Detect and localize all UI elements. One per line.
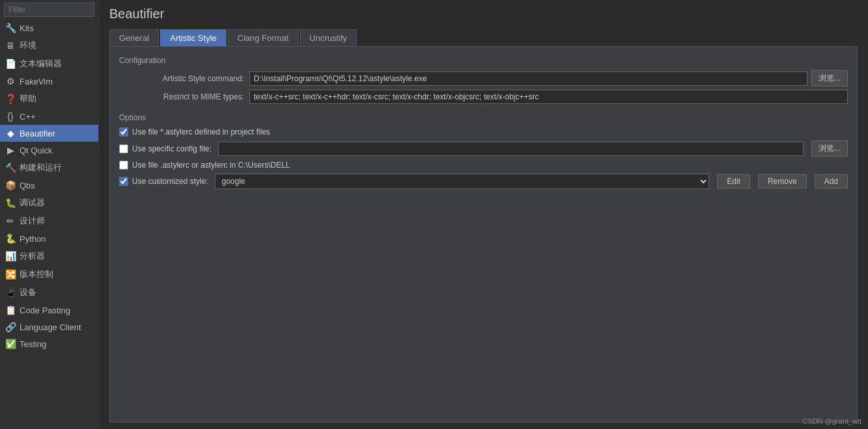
sidebar-item-python[interactable]: 🐍Python: [0, 230, 98, 247]
option-row-specific-config: Use specific config file: 浏览...: [119, 140, 848, 157]
specific-config-input[interactable]: [218, 142, 804, 156]
sidebar-label-beautifier: Beautifier: [20, 129, 55, 138]
option-file-astylerc-checkbox[interactable]: [119, 161, 128, 170]
sidebar-label-cpp: C++: [20, 112, 36, 122]
option-row-file-astylerc: Use file .astylerc or astylerc in C:\Use…: [119, 161, 848, 170]
sidebar-icon-help: ❓: [5, 94, 16, 104]
sidebar-icon-kits: 🔧: [5, 23, 16, 33]
sidebar-item-kits[interactable]: 🔧Kits: [0, 20, 98, 36]
option-astylerc-checkbox[interactable]: [119, 127, 128, 136]
options-label: Options: [119, 113, 848, 122]
add-button[interactable]: Add: [815, 174, 848, 188]
sidebar-icon-version-control: 🔀: [5, 269, 16, 280]
sidebar-item-devices[interactable]: 📱设备: [0, 283, 98, 302]
tab-clang-format[interactable]: Clang Format: [228, 29, 299, 46]
sidebar-icon-qtquick: ▶: [5, 145, 16, 155]
sidebar-item-analyzer[interactable]: 📊分析器: [0, 247, 98, 265]
sidebar-icon-code-pasting: 📋: [5, 305, 16, 315]
sidebar-item-text-editor[interactable]: 📄文本编辑器: [0, 55, 98, 73]
sidebar-item-language-client[interactable]: 🔗Language Client: [0, 318, 98, 335]
sidebar-label-devices: 设备: [20, 287, 36, 298]
sidebar: 🔧Kits🖥环境📄文本编辑器⚙FakeVim❓帮助{}C++◆Beautifie…: [0, 0, 99, 429]
tab-general[interactable]: General: [109, 29, 159, 46]
sidebar-item-code-pasting[interactable]: 📋Code Pasting: [0, 302, 98, 318]
main-content: Beautifier GeneralArtistic StyleClang Fo…: [99, 0, 868, 429]
sidebar-icon-environment: 🖥: [5, 40, 16, 51]
sidebar-icon-beautifier: ◆: [5, 128, 16, 138]
specific-config-browse-button[interactable]: 浏览...: [811, 140, 848, 157]
sidebar-label-code-pasting: Code Pasting: [20, 306, 70, 315]
sidebar-item-help[interactable]: ❓帮助: [0, 90, 98, 108]
sidebar-item-environment[interactable]: 🖥环境: [0, 36, 98, 55]
tab-artistic-style[interactable]: Artistic Style: [160, 29, 226, 46]
option-file-astylerc-label: Use file .astylerc or astylerc in C:\Use…: [132, 161, 290, 170]
page-title: Beautifier: [109, 6, 858, 21]
sidebar-icon-language-client: 🔗: [5, 322, 16, 332]
option-customized-style-label: Use customized style:: [132, 177, 208, 186]
option-row-astylerc: Use file *.astylerc defined in project f…: [119, 127, 848, 136]
sidebar-label-qbs: Qbs: [20, 181, 35, 190]
customized-style-select[interactable]: google allman java kr: [215, 174, 710, 189]
sidebar-label-environment: 环境: [20, 40, 36, 51]
config-row-command: Artistic Style command: 浏览...: [119, 70, 848, 86]
option-row-customized-style: Use customized style: google allman java…: [119, 174, 848, 189]
option-customized-style-checkbox[interactable]: [119, 177, 128, 186]
sidebar-icon-cpp: {}: [5, 111, 16, 122]
option-astylerc-label: Use file *.astylerc defined in project f…: [132, 127, 270, 136]
configuration-label: Configuration: [119, 56, 848, 65]
option-specific-config-checkbox[interactable]: [119, 144, 128, 153]
sidebar-icon-debugger: 🐛: [5, 198, 16, 208]
config-table: Artistic Style command: 浏览... Restrict t…: [119, 70, 848, 104]
sidebar-label-analyzer: 分析器: [20, 250, 45, 262]
sidebar-label-build-run: 构建和运行: [20, 162, 62, 174]
sidebar-label-qtquick: Qt Quick: [20, 146, 53, 155]
sidebar-item-build-run[interactable]: 🔨构建和运行: [0, 159, 98, 177]
edit-button[interactable]: Edit: [717, 174, 750, 188]
sidebar-icon-designer: ✏: [5, 216, 16, 226]
sidebar-icon-python: 🐍: [5, 233, 16, 244]
sidebar-label-debugger: 调试器: [20, 197, 45, 209]
command-label: Artistic Style command:: [119, 74, 249, 83]
sidebar-item-testing[interactable]: ✅Testing: [0, 335, 98, 352]
sidebar-label-python: Python: [20, 234, 46, 244]
sidebar-item-fakevim[interactable]: ⚙FakeVim: [0, 73, 98, 90]
sidebar-label-language-client: Language Client: [20, 322, 81, 332]
sidebar-label-testing: Testing: [20, 339, 46, 349]
remove-button[interactable]: Remove: [758, 174, 807, 188]
mime-label: Restrict to MIME types:: [119, 92, 249, 101]
sidebar-label-text-editor: 文本编辑器: [20, 58, 62, 70]
sidebar-icon-text-editor: 📄: [5, 58, 16, 69]
sidebar-item-cpp[interactable]: {}C++: [0, 108, 98, 125]
option-specific-config-label: Use specific config file:: [132, 144, 211, 153]
sidebar-item-designer[interactable]: ✏设计师: [0, 212, 98, 230]
sidebar-item-debugger[interactable]: 🐛调试器: [0, 194, 98, 212]
sidebar-label-kits: Kits: [20, 23, 34, 33]
sidebar-icon-testing: ✅: [5, 339, 16, 349]
sidebar-icon-analyzer: 📊: [5, 251, 16, 261]
sidebar-icon-fakevim: ⚙: [5, 76, 16, 86]
sidebar-icon-build-run: 🔨: [5, 162, 16, 173]
watermark: CSDN @grant_wtt: [802, 417, 861, 425]
filter-input[interactable]: [4, 3, 94, 17]
command-browse-button[interactable]: 浏览...: [811, 70, 848, 86]
sidebar-item-qbs[interactable]: 📦Qbs: [0, 177, 98, 194]
mime-input[interactable]: [249, 90, 848, 104]
tabs: GeneralArtistic StyleClang FormatUncrust…: [109, 29, 858, 47]
sidebar-item-qtquick[interactable]: ▶Qt Quick: [0, 142, 98, 159]
config-row-mime: Restrict to MIME types:: [119, 90, 848, 104]
sidebar-icon-qbs: 📦: [5, 180, 16, 190]
sidebar-item-version-control[interactable]: 🔀版本控制: [0, 265, 98, 283]
tab-uncrustify[interactable]: Uncrustify: [300, 29, 357, 46]
panel: Configuration Artistic Style command: 浏览…: [109, 47, 858, 422]
sidebar-scroll: 🔧Kits🖥环境📄文本编辑器⚙FakeVim❓帮助{}C++◆Beautifie…: [0, 20, 98, 429]
sidebar-label-help: 帮助: [20, 93, 36, 105]
sidebar-item-beautifier[interactable]: ◆Beautifier: [0, 125, 98, 142]
sidebar-icon-devices: 📱: [5, 287, 16, 298]
sidebar-label-version-control: 版本控制: [20, 268, 53, 280]
sidebar-label-fakevim: FakeVim: [20, 77, 53, 86]
command-input[interactable]: [249, 72, 807, 86]
sidebar-label-designer: 设计师: [20, 215, 45, 227]
